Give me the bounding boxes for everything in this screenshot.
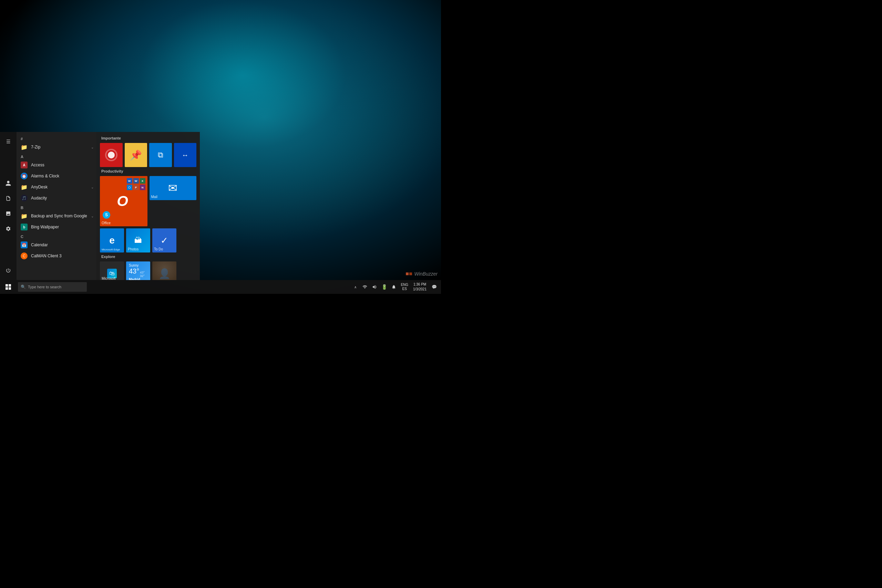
- app-item-bing[interactable]: b Bing Wallpaper: [16, 222, 96, 232]
- app-item-backup[interactable]: 📁 Backup and Sync from Google ⌄: [16, 210, 96, 222]
- mail-tile[interactable]: ✉ Mail: [150, 176, 196, 200]
- section-hash: #: [16, 135, 96, 142]
- app-item-alarms[interactable]: ⏰ Alarms & Clock: [16, 171, 96, 182]
- clock-date: 1/3/2021: [413, 287, 426, 292]
- search-bar[interactable]: 🔍 Type here to search: [18, 282, 87, 292]
- windows-logo-pane-2: [9, 284, 11, 286]
- search-placeholder-text: Type here to search: [28, 285, 62, 289]
- audacity-icon: 🎵: [21, 195, 28, 201]
- language-indicator[interactable]: ENG ES: [399, 280, 410, 294]
- edge-label: Microsoft Edge: [102, 248, 120, 251]
- photos-icon: 🏔: [134, 236, 142, 245]
- windows-logo-pane-1: [6, 284, 8, 286]
- edge-tile[interactable]: e Microsoft Edge: [100, 228, 124, 252]
- user-button[interactable]: [2, 176, 15, 190]
- app-name-access: Access: [31, 163, 45, 167]
- app-name-backup: Backup and Sync from Google: [31, 214, 87, 218]
- app-item-audacity[interactable]: 🎵 Audacity: [16, 192, 96, 204]
- windows-logo-pane-4: [9, 287, 11, 290]
- weather-tile[interactable]: Sunny 43° 43° 32° Madrid: [126, 261, 150, 280]
- clock-time: 1:36 PM: [413, 282, 426, 287]
- language-eng: ENG: [401, 283, 408, 287]
- language-es: ES: [402, 287, 407, 291]
- weather-low: 32°: [140, 274, 145, 278]
- skype-icon: S: [103, 211, 110, 219]
- access-icon: A: [21, 162, 28, 168]
- onedrive-mini-icon: ⬡: [127, 184, 132, 190]
- app-item-calman[interactable]: C CalMAN Client 3: [16, 250, 96, 261]
- app-name-calendar: Calendar: [31, 243, 48, 248]
- action-center-button[interactable]: 💬: [430, 283, 438, 291]
- pictures-button[interactable]: [2, 207, 15, 220]
- app-name-bing: Bing Wallpaper: [31, 225, 59, 230]
- vm-connect-icon: ⧉: [158, 150, 163, 159]
- app-name-calman: CalMAN Client 3: [31, 254, 62, 258]
- news-tile[interactable]: 👤 News: [152, 261, 176, 280]
- winbuzzer-logo: [406, 273, 412, 275]
- store-tile[interactable]: 🛍 Microsoft Store: [100, 261, 124, 280]
- network-icon[interactable]: [361, 283, 369, 291]
- todo-icon: ✓: [160, 235, 168, 246]
- documents-button[interactable]: [2, 192, 15, 205]
- vm-connect-tile[interactable]: ⧉: [149, 143, 172, 167]
- mail-label: Mail: [151, 195, 158, 199]
- powerpoint-mini-icon: P: [134, 184, 139, 190]
- hamburger-button[interactable]: ☰: [2, 135, 15, 148]
- section-a: A: [16, 153, 96, 159]
- sticky-notes-icon: 📌: [130, 150, 142, 161]
- todo-label: To Do: [154, 248, 163, 251]
- weather-content: Sunny 43° 43° 32° Madrid: [126, 261, 150, 280]
- app-list: # 📁 7-Zip ⌄ A A Access ⏰ Alarms & Clock …: [16, 132, 96, 280]
- app-item-calendar[interactable]: 📅 Calendar: [16, 239, 96, 250]
- tiles-area: Importante 📌 ⧉ ↔ Productivit: [96, 132, 200, 280]
- photos-label: Photos: [128, 248, 138, 251]
- word-mini-icon: W: [127, 178, 132, 184]
- weather-city: Madrid: [129, 278, 147, 280]
- battery-icon[interactable]: 🔋: [380, 283, 388, 291]
- weather-temp: 43°: [129, 267, 139, 275]
- sticky-notes-tile[interactable]: 📌: [125, 143, 147, 167]
- news-image: 👤: [152, 261, 176, 280]
- photos-tile[interactable]: 🏔 Photos: [126, 228, 150, 252]
- winbuzzer-text: WinBuzzer: [414, 271, 438, 277]
- app-item-7zip[interactable]: 📁 7-Zip ⌄: [16, 142, 96, 153]
- todo-tile[interactable]: ✓ To Do: [152, 228, 176, 252]
- onenote-mini-icon: N: [140, 184, 146, 190]
- section-c: C: [16, 232, 96, 239]
- taskbar-tray: ∧ 🔋 ENG ES 1:36 PM 1/3/2021 💬: [348, 280, 441, 294]
- app-name-anydesk: AnyDesk: [31, 184, 48, 189]
- backup-expand: ⌄: [91, 214, 94, 218]
- office-tile[interactable]: W W X ⬡ P N O S Office: [100, 176, 147, 226]
- tray-overflow-button[interactable]: ∧: [351, 283, 359, 291]
- bing-icon: b: [21, 224, 28, 231]
- anydesk-expand: ⌄: [91, 185, 94, 189]
- importante-row: 📌 ⧉ ↔: [100, 143, 196, 167]
- app-item-access[interactable]: A Access: [16, 159, 96, 171]
- power-button[interactable]: [2, 264, 15, 277]
- teamviewer-tile[interactable]: ↔: [174, 143, 197, 167]
- app-item-anydesk[interactable]: 📁 AnyDesk ⌄: [16, 182, 96, 192]
- start-menu: ☰ # 📁 7-Zip ⌄ A A Access: [0, 132, 200, 280]
- notification-icon[interactable]: [390, 283, 398, 291]
- productivity-title: Productivity: [100, 169, 196, 173]
- productivity-row-2: e Microsoft Edge 🏔 Photos ✓ To Do: [100, 228, 196, 252]
- office-big-icon: O: [117, 193, 128, 209]
- opera-tile[interactable]: [100, 143, 123, 167]
- settings-button[interactable]: [2, 222, 15, 236]
- backup-icon: 📁: [21, 213, 28, 219]
- volume-icon[interactable]: [370, 283, 379, 291]
- search-icon: 🔍: [21, 285, 26, 290]
- start-sidebar: ☰: [0, 132, 16, 280]
- winbuzzer-watermark: WinBuzzer: [406, 271, 438, 277]
- app-name-7zip: 7-Zip: [31, 145, 40, 150]
- windows-logo-pane-3: [6, 287, 8, 290]
- 7zip-expand: ⌄: [91, 146, 94, 149]
- taskbar-clock[interactable]: 1:36 PM 1/3/2021: [411, 280, 429, 294]
- office-label: Office: [102, 221, 111, 225]
- windows-logo: [6, 284, 11, 290]
- app-name-audacity: Audacity: [31, 196, 47, 201]
- start-button[interactable]: [0, 280, 16, 294]
- explore-title: Explore: [100, 255, 196, 259]
- store-label: Microsoft Store: [102, 277, 124, 280]
- weather-high: 43°: [140, 271, 145, 274]
